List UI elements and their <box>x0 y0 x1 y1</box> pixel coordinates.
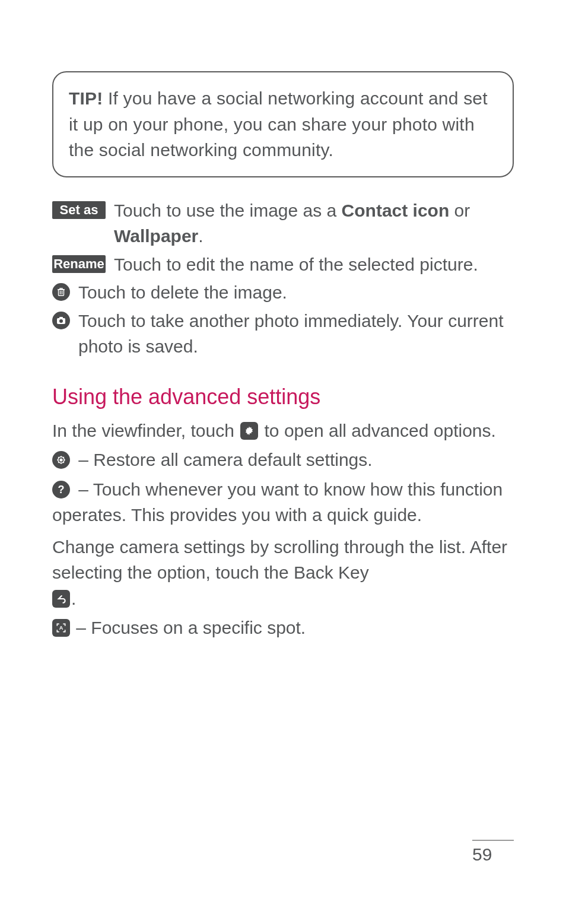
delete-text: Touch to delete the image. <box>70 280 514 306</box>
svg-point-6 <box>60 459 62 461</box>
text: . <box>198 226 203 246</box>
rename-badge: Rename <box>52 255 106 273</box>
restore-icon <box>52 451 70 469</box>
text: or <box>449 201 470 220</box>
camera-icon <box>52 312 70 329</box>
focus-text: – Focuses on a specific spot. <box>71 618 306 637</box>
text: . <box>71 589 76 608</box>
tip-text: If you have a social networking account … <box>69 88 488 160</box>
row-delete: Touch to delete the image. <box>52 280 514 306</box>
help-row: ? – Touch whenever you want to know how … <box>52 477 514 528</box>
camera-text: Touch to take another photo immediately.… <box>70 308 514 360</box>
bold-text: Back Key <box>294 563 369 582</box>
svg-text:A: A <box>59 625 63 631</box>
bold-text: Contact icon <box>342 201 450 220</box>
row-rename: Rename Touch to edit the name of the sel… <box>52 252 514 278</box>
set-as-badge: Set as <box>52 201 106 219</box>
scroll-paragraph: Change camera settings by scrolling thro… <box>52 534 514 612</box>
text: to open all advanced options. <box>259 421 496 440</box>
tip-label: TIP! <box>69 88 103 108</box>
question-icon: ? <box>52 481 70 498</box>
set-as-text: Touch to use the image as a Contact icon… <box>106 198 514 249</box>
footer-rule <box>472 840 514 841</box>
svg-rect-2 <box>59 317 63 319</box>
rename-text: Touch to edit the name of the selected p… <box>106 252 514 278</box>
intro-paragraph: In the viewfinder, touch to open all adv… <box>52 418 514 444</box>
page-footer: 59 <box>472 840 514 865</box>
settings-gear-icon <box>240 422 258 440</box>
row-camera: Touch to take another photo immediately.… <box>52 308 514 360</box>
restore-row: – Restore all camera default settings. <box>52 447 514 473</box>
text: Change camera settings by scrolling thro… <box>52 537 507 583</box>
trash-icon <box>52 283 70 301</box>
section-heading: Using the advanced settings <box>52 385 514 409</box>
focus-row: A – Focuses on a specific spot. <box>52 615 514 641</box>
back-key-icon <box>52 590 70 608</box>
bold-text: Wallpaper <box>114 226 198 246</box>
svg-rect-0 <box>59 290 64 296</box>
text: Touch to use the image as a <box>114 201 342 220</box>
svg-point-3 <box>59 319 63 323</box>
page-number: 59 <box>472 844 492 864</box>
focus-icon: A <box>52 619 70 637</box>
row-set-as: Set as Touch to use the image as a Conta… <box>52 198 514 249</box>
text: In the viewfinder, touch <box>52 421 239 440</box>
tip-box: TIP! If you have a social networking acc… <box>52 71 514 177</box>
restore-text: – Restore all camera default settings. <box>74 450 373 469</box>
help-text: – Touch whenever you want to know how th… <box>52 480 503 525</box>
